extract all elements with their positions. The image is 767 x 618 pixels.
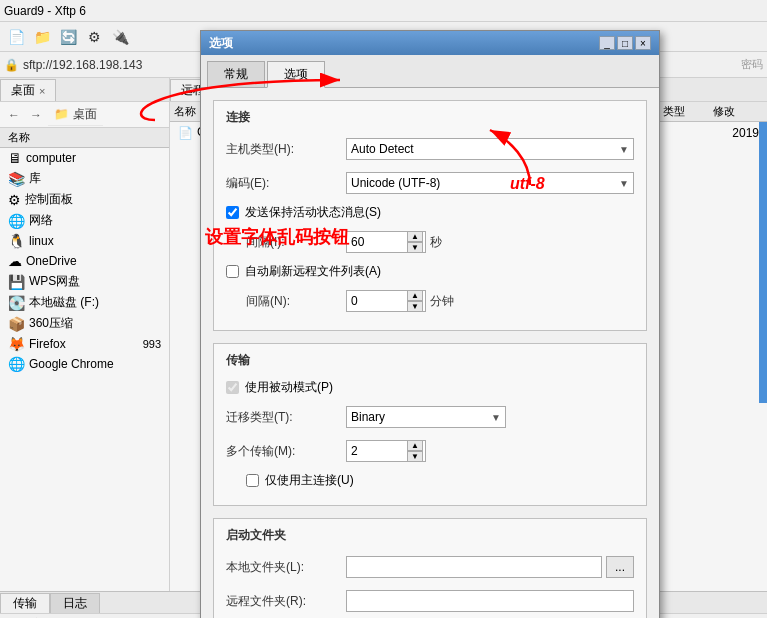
master-only-row: 仅使用主连接(U) [226, 472, 634, 489]
transfer-tab[interactable]: 传输 [0, 593, 50, 613]
list-item[interactable]: 🦊Firefox993 [0, 334, 169, 354]
refresh-interval-label: 间隔(N): [226, 293, 346, 310]
list-item[interactable]: 📚库 [0, 168, 169, 189]
disk-icon: 💽 [8, 295, 25, 311]
interval-unit: 秒 [430, 234, 442, 251]
multi-transfer-up-btn[interactable]: ▲ [407, 440, 423, 451]
options-dialog: 选项 _ □ × 常规 选项 连接 主机类型(H): Auto Detect [200, 30, 660, 618]
passive-mode-label: 使用被动模式(P) [245, 379, 333, 396]
local-folder-browse-btn[interactable]: ... [606, 556, 634, 578]
multi-transfer-label: 多个传输(M): [226, 443, 346, 460]
compress-icon: 📦 [8, 316, 25, 332]
file-column-headers: 名称 [0, 128, 169, 148]
transfer-tab-label: 传输 [13, 595, 37, 612]
back-btn[interactable]: ← [4, 105, 24, 125]
list-item[interactable]: 🌐Google Chrome [0, 354, 169, 374]
encoding-select[interactable]: Unicode (UTF-8) ▼ [346, 172, 634, 194]
new-btn[interactable]: 📄 [4, 26, 28, 48]
transfer-type-select[interactable]: Binary ▼ [346, 406, 506, 428]
local-folder-input[interactable] [346, 556, 602, 578]
list-item[interactable]: ⚙控制面板 [0, 189, 169, 210]
tab-general[interactable]: 常规 [207, 61, 265, 87]
right-date-col: 修改 [713, 104, 763, 119]
linux-icon: 🐧 [8, 233, 25, 249]
transfer-type-arrow-icon: ▼ [491, 412, 501, 423]
password-label: 密码 [741, 57, 763, 72]
encoding-label: 编码(E): [226, 175, 346, 192]
interval-field[interactable]: ▲ ▼ [346, 231, 426, 253]
connect-btn[interactable]: 🔌 [108, 26, 132, 48]
auto-refresh-checkbox[interactable] [226, 265, 239, 278]
list-item[interactable]: 📦360压缩 [0, 313, 169, 334]
file-name: 库 [29, 170, 41, 187]
passive-mode-checkbox[interactable] [226, 381, 239, 394]
scrollbar-indicator [759, 122, 767, 403]
host-type-label: 主机类型(H): [226, 141, 346, 158]
nav-buttons: ← → 📁 桌面 [0, 102, 169, 128]
file-name: computer [26, 151, 76, 165]
desktop-tab[interactable]: 桌面 × [0, 79, 56, 101]
list-item[interactable]: 💽本地磁盘 (F:) [0, 292, 169, 313]
file-list[interactable]: 🖥computer 📚库 ⚙控制面板 🌐网络 🐧linux ☁OneDrive … [0, 148, 169, 591]
dialog-minimize-btn[interactable]: _ [599, 36, 615, 50]
remote-folder-input[interactable] [346, 590, 634, 612]
tab-general-label: 常规 [224, 67, 248, 81]
folder-btn[interactable]: 📁 [30, 26, 54, 48]
list-item[interactable]: 💾WPS网盘 [0, 271, 169, 292]
folder-icon: 📁 [54, 107, 69, 121]
dialog-tab-bar: 常规 选项 [201, 55, 659, 88]
dialog-close-btn[interactable]: × [635, 36, 651, 50]
startup-folder-title: 启动文件夹 [226, 527, 634, 544]
desktop-tab-close[interactable]: × [39, 85, 45, 97]
list-item[interactable]: ☁OneDrive [0, 251, 169, 271]
lock-icon: 🔒 [4, 58, 19, 72]
settings-btn[interactable]: ⚙ [82, 26, 106, 48]
interval-control: ▲ ▼ 秒 [346, 231, 634, 253]
connection-section: 连接 主机类型(H): Auto Detect ▼ 编码(E): Unicode… [213, 100, 647, 331]
multi-transfer-down-btn[interactable]: ▼ [407, 451, 423, 462]
host-type-select[interactable]: Auto Detect ▼ [346, 138, 634, 160]
list-item[interactable]: 🌐网络 [0, 210, 169, 231]
file-name: 网络 [29, 212, 53, 229]
list-item[interactable]: 🐧linux [0, 231, 169, 251]
forward-btn[interactable]: → [26, 105, 46, 125]
dialog-controls: _ □ × [599, 36, 651, 50]
dialog-title-bar: 选项 _ □ × [201, 31, 659, 55]
list-item[interactable]: 🖥computer [0, 148, 169, 168]
log-tab[interactable]: 日志 [50, 593, 100, 613]
multi-transfer-input[interactable] [347, 441, 407, 461]
dialog-title: 选项 [209, 35, 233, 52]
button-hint-annotation: 设置字体乱码按钮 [205, 225, 349, 249]
interval-input[interactable] [347, 232, 407, 252]
multi-transfer-row: 多个传输(M): ▲ ▼ [226, 438, 634, 464]
utf8-annotation: utf-8 [510, 175, 545, 193]
refresh-btn[interactable]: 🔄 [56, 26, 80, 48]
master-only-checkbox[interactable] [246, 474, 259, 487]
folder-name: 桌面 [73, 106, 97, 123]
connection-section-title: 连接 [226, 109, 634, 126]
address-text: sftp://192.168.198.143 [23, 58, 142, 72]
current-folder: 📁 桌面 [48, 104, 103, 126]
dialog-maximize-btn[interactable]: □ [617, 36, 633, 50]
refresh-up-btn[interactable]: ▲ [407, 290, 423, 301]
refresh-interval-field[interactable]: ▲ ▼ [346, 290, 426, 312]
multi-transfer-field[interactable]: ▲ ▼ [346, 440, 426, 462]
keepalive-checkbox[interactable] [226, 206, 239, 219]
interval-up-btn[interactable]: ▲ [407, 231, 423, 242]
refresh-down-btn[interactable]: ▼ [407, 301, 423, 312]
transfer-type-value: Binary [351, 410, 385, 424]
transfer-type-control: Binary ▼ [346, 406, 634, 428]
transfer-type-label: 迁移类型(T): [226, 409, 346, 426]
passive-mode-row: 使用被动模式(P) [226, 379, 634, 396]
local-folder-control: ... [346, 556, 634, 578]
refresh-interval-input[interactable] [347, 291, 407, 311]
remote-folder-label: 远程文件夹(R): [226, 593, 346, 610]
host-type-row: 主机类型(H): Auto Detect ▼ [226, 136, 634, 162]
log-tab-label: 日志 [63, 595, 87, 612]
refresh-unit: 分钟 [430, 293, 454, 310]
name-col-header: 名称 [8, 130, 161, 145]
master-only-label: 仅使用主连接(U) [265, 472, 354, 489]
right-file-date: 2019 [732, 126, 759, 140]
tab-options[interactable]: 选项 [267, 61, 325, 88]
interval-down-btn[interactable]: ▼ [407, 242, 423, 253]
